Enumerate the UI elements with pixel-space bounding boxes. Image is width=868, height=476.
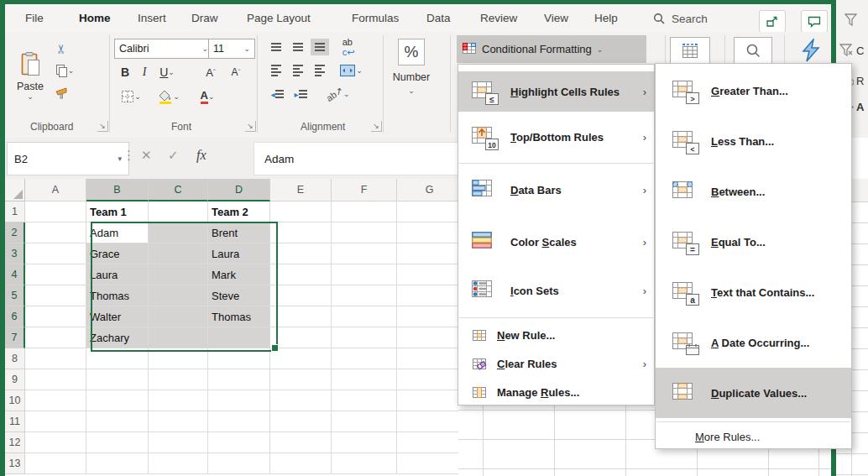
row-header-6[interactable]: 6 bbox=[5, 306, 25, 327]
comments-button[interactable] bbox=[801, 10, 828, 33]
cell-A4[interactable] bbox=[25, 264, 86, 285]
cell-E13[interactable] bbox=[270, 453, 332, 474]
submenu-item-duplicate-values[interactable]: Duplicate Values... bbox=[656, 368, 851, 418]
font-name-combo[interactable]: Calibri⌄ bbox=[114, 39, 213, 59]
enter-icon[interactable]: ✓ bbox=[168, 148, 179, 163]
cell-C8[interactable] bbox=[149, 348, 208, 369]
cell-G12[interactable] bbox=[397, 432, 463, 453]
menu-item-highlight-cells-rules[interactable]: ≤ Highlight Cells Rules › bbox=[458, 71, 654, 112]
tab-file[interactable]: File bbox=[25, 4, 44, 32]
row-header-4[interactable]: 4 bbox=[5, 264, 25, 285]
menu-item-manage-rules[interactable]: Manage Rules... bbox=[458, 381, 654, 403]
cell-A5[interactable] bbox=[25, 285, 86, 306]
align-right-button[interactable] bbox=[311, 62, 329, 79]
cell-E11[interactable] bbox=[270, 411, 332, 432]
cell-E9[interactable] bbox=[270, 369, 332, 390]
cell-A6[interactable] bbox=[25, 306, 86, 327]
copy-button[interactable]: ⌄ bbox=[50, 62, 79, 79]
cell-A12[interactable] bbox=[25, 432, 86, 453]
row-header-13[interactable]: 13 bbox=[5, 453, 25, 474]
column-header-B[interactable]: B bbox=[86, 179, 149, 201]
share-button[interactable] bbox=[759, 10, 786, 33]
increase-indent-button[interactable]: ▸ bbox=[290, 86, 311, 102]
cell-B4[interactable]: Laura bbox=[86, 264, 149, 285]
cell-A1[interactable] bbox=[25, 201, 86, 222]
cell-A10[interactable] bbox=[25, 390, 86, 411]
cell-E10[interactable] bbox=[270, 390, 332, 411]
cell-G8[interactable] bbox=[397, 348, 463, 369]
cell-F6[interactable] bbox=[332, 306, 397, 327]
tab-draw[interactable]: Draw bbox=[191, 4, 218, 32]
underline-button[interactable]: U⌄ bbox=[154, 64, 180, 81]
font-dialog-launcher[interactable]: ↘ bbox=[245, 121, 256, 132]
merge-center-button[interactable]: ⌄ bbox=[334, 60, 368, 81]
cell-C13[interactable] bbox=[149, 453, 208, 474]
submenu-item-a-date-occurring[interactable]: A Date Occurring... bbox=[656, 317, 851, 368]
cell-E1[interactable] bbox=[270, 201, 332, 222]
cell-F11[interactable] bbox=[332, 411, 397, 432]
cell-B12[interactable] bbox=[86, 432, 149, 453]
cell-F4[interactable] bbox=[332, 264, 397, 285]
row-header-10[interactable]: 10 bbox=[5, 390, 25, 411]
column-header-A[interactable]: A bbox=[25, 179, 86, 201]
cell-A13[interactable] bbox=[25, 453, 86, 474]
cell-C1[interactable] bbox=[149, 201, 208, 222]
cell-D8[interactable] bbox=[208, 348, 270, 369]
column-header-G[interactable]: G bbox=[397, 179, 463, 201]
cell-C7[interactable] bbox=[149, 327, 208, 348]
cell-G7[interactable] bbox=[397, 327, 463, 348]
clear-filter-icon[interactable]: C bbox=[839, 44, 864, 57]
cancel-icon[interactable]: ✕ bbox=[141, 148, 152, 163]
menu-item-new-rule[interactable]: New Rule... bbox=[458, 324, 654, 346]
submenu-item-less-than[interactable]: < Less Than... bbox=[656, 116, 851, 166]
cell-G6[interactable] bbox=[397, 306, 463, 327]
cell-E5[interactable] bbox=[270, 285, 332, 306]
analyze-data-button[interactable] bbox=[796, 37, 826, 64]
tab-formulas[interactable]: Formulas bbox=[352, 4, 399, 32]
cell-G1[interactable] bbox=[397, 201, 463, 222]
format-painter-button[interactable] bbox=[52, 84, 71, 101]
cell-D5[interactable]: Steve bbox=[208, 285, 270, 306]
align-center-button[interactable] bbox=[289, 62, 307, 79]
cell-D12[interactable] bbox=[208, 432, 270, 453]
decrease-font-button[interactable]: Aˇ bbox=[225, 64, 247, 81]
font-color-button[interactable]: A⌄ bbox=[191, 87, 223, 106]
submenu-item-text-that-contains[interactable]: a Text that Contains... bbox=[656, 267, 851, 317]
cell-E8[interactable] bbox=[270, 348, 332, 369]
insert-function-icon[interactable]: fx bbox=[196, 148, 207, 163]
cell-G11[interactable] bbox=[397, 411, 463, 432]
column-header-C[interactable]: C bbox=[149, 179, 208, 201]
cell-E7[interactable] bbox=[270, 327, 332, 348]
tab-review[interactable]: Review bbox=[480, 4, 517, 32]
menu-item-icon-sets[interactable]: Icon Sets › bbox=[458, 270, 654, 311]
cell-B8[interactable] bbox=[86, 348, 149, 369]
cell-B9[interactable] bbox=[86, 369, 149, 390]
cell-F7[interactable] bbox=[332, 327, 397, 348]
cell-C9[interactable] bbox=[149, 369, 208, 390]
cell-B11[interactable] bbox=[86, 411, 149, 432]
submenu-item-more-rules[interactable]: More Rules... bbox=[656, 426, 851, 447]
menu-item-data-bars[interactable]: Data Bars › bbox=[458, 170, 654, 210]
cell-F1[interactable] bbox=[332, 201, 397, 222]
cell-A8[interactable] bbox=[25, 348, 86, 369]
cell-G9[interactable] bbox=[397, 369, 463, 390]
cell-B13[interactable] bbox=[86, 453, 149, 474]
cell-G13[interactable] bbox=[397, 453, 463, 474]
cell-C11[interactable] bbox=[149, 411, 208, 432]
cell-F10[interactable] bbox=[332, 390, 397, 411]
cell-E2[interactable] bbox=[270, 222, 332, 243]
cell-D1[interactable]: Team 2 bbox=[208, 201, 270, 222]
menu-item-clear-rules[interactable]: Clear Rules › bbox=[458, 353, 654, 374]
cell-G2[interactable] bbox=[397, 222, 463, 243]
tab-insert[interactable]: Insert bbox=[138, 4, 166, 32]
submenu-item-equal-to[interactable]: = Equal To... bbox=[656, 217, 851, 267]
cell-F9[interactable] bbox=[332, 369, 397, 390]
clipboard-dialog-launcher[interactable]: ↘ bbox=[97, 121, 108, 132]
cell-B3[interactable]: Grace bbox=[86, 243, 149, 264]
row-header-7[interactable]: 7 bbox=[5, 327, 25, 348]
menu-item-top-bottom-rules[interactable]: 10 Top/Bottom Rules › bbox=[458, 117, 654, 157]
cell-A7[interactable] bbox=[25, 327, 86, 348]
column-header-D[interactable]: D bbox=[208, 179, 270, 201]
cell-B5[interactable]: Thomas bbox=[86, 285, 149, 306]
cell-C6[interactable] bbox=[149, 306, 208, 327]
